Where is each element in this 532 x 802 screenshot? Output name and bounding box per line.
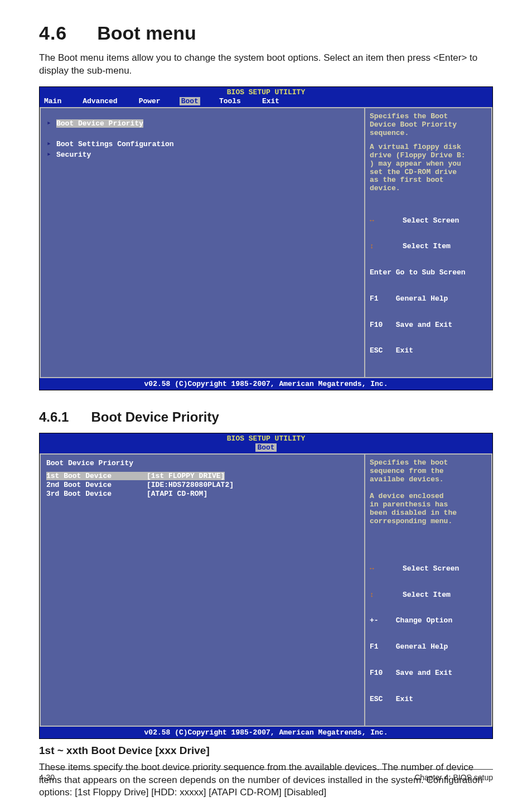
row-value: [IDE:HDS728080PLAT2] xyxy=(147,481,234,489)
bios-footer: v02.58 (C)Copyright 1985-2007, American … xyxy=(40,727,492,738)
bios-left-panel: ▸ Boot Device Priority ▸ Boot Settings C… xyxy=(40,107,364,378)
subsection-number: 4.6.1 xyxy=(39,409,69,424)
tab-main[interactable]: Main xyxy=(42,97,64,105)
bios-screenshot-boot-priority: BIOS SETUP UTILITY Boot Boot Device Prio… xyxy=(39,433,493,738)
bios-help-panel: Specifies the boot sequence from the ava… xyxy=(364,453,492,726)
section-title: Boot menu xyxy=(97,22,196,44)
arrows-ud-icon: ↕ xyxy=(370,591,381,600)
bios-title: BIOS SETUP UTILITY xyxy=(40,87,492,96)
intro-paragraph: The Boot menu items allow you to change … xyxy=(39,52,493,78)
arrows-lr-icon: ↔ xyxy=(370,564,381,573)
bios-tab-bar: Main Advanced Power Boot Tools Exit xyxy=(40,96,492,107)
section-number: 4.6 xyxy=(39,22,67,44)
tab-boot[interactable]: Boot xyxy=(180,97,200,105)
key-label: ESC Exit xyxy=(370,346,413,355)
subsection-title: Boot Device Priority xyxy=(91,409,219,424)
submenu-arrow-icon: ▸ xyxy=(45,119,53,127)
menu-label: Boot Device Priority xyxy=(56,119,143,128)
bios-title: BIOS SETUP UTILITY xyxy=(40,433,492,443)
tab-tools[interactable]: Tools xyxy=(217,97,243,105)
tab-advanced[interactable]: Advanced xyxy=(80,97,119,105)
arrows-lr-icon: ↔ xyxy=(370,216,381,225)
help-keys: ↔ Select Screen ↕ Select Item Enter Go t… xyxy=(370,199,487,373)
arrows-ud-icon: ↕ xyxy=(370,242,381,251)
menu-label: Boot Settings Configuration xyxy=(56,140,174,148)
key-label: F1 General Help xyxy=(370,642,448,651)
key-label: +- Change Option xyxy=(370,616,452,625)
key-label: Select Screen xyxy=(381,216,459,225)
bios-footer: v02.58 (C)Copyright 1985-2007, American … xyxy=(40,378,492,390)
bios-screenshot-boot-menu: BIOS SETUP UTILITY Main Advanced Power B… xyxy=(39,86,493,390)
key-label: Select Screen xyxy=(381,564,459,573)
key-label: Select Item xyxy=(381,591,451,599)
boot-device-row-3[interactable]: 3rd Boot Device [ATAPI CD-ROM] xyxy=(45,490,360,498)
help-keys: ↔ Select Screen ↕ Select Item +- Change … xyxy=(370,547,487,721)
menu-label: Security xyxy=(56,151,91,159)
page-number: 4-30 xyxy=(39,773,55,782)
tab-exit[interactable]: Exit xyxy=(260,97,282,105)
boot-device-row-1[interactable]: 1st Boot Device [1st FLOPPY DRIVE] xyxy=(45,472,360,480)
row-label: 2nd Boot Device xyxy=(46,481,147,489)
key-label: Enter Go to Sub Screen xyxy=(370,268,466,277)
help-text-2: A virtual floppy disk drive (Floppy Driv… xyxy=(370,143,487,194)
option-heading: 1st ~ xxth Boot Device [xxx Drive] xyxy=(39,745,493,757)
row-value: [ATAPI CD-ROM] xyxy=(147,490,207,498)
boot-device-row-2[interactable]: 2nd Boot Device [IDE:HDS728080PLAT2] xyxy=(45,481,360,489)
row-label: 1st Boot Device xyxy=(46,472,147,480)
menu-item-boot-device-priority[interactable]: ▸ Boot Device Priority xyxy=(45,119,360,128)
submenu-arrow-icon: ▸ xyxy=(45,151,53,158)
key-label: ESC Exit xyxy=(370,695,413,703)
key-label: F10 Save and Exit xyxy=(370,321,452,329)
panel-heading: Boot Device Priority xyxy=(45,458,360,472)
bios-tab-bar: Boot xyxy=(40,443,492,453)
key-label: F1 General Help xyxy=(370,294,448,303)
key-label: Select Item xyxy=(381,242,451,250)
tab-power[interactable]: Power xyxy=(137,97,163,105)
chapter-label: Chapter 4: BIOS setup xyxy=(414,773,493,782)
tab-boot[interactable]: Boot xyxy=(255,443,276,452)
help-text: Specifies the boot sequence from the ava… xyxy=(370,459,487,526)
page-footer: 4-30 Chapter 4: BIOS setup xyxy=(39,769,493,782)
subsection-heading: 4.6.1Boot Device Priority xyxy=(39,409,493,425)
menu-item-security[interactable]: ▸ Security xyxy=(45,151,360,159)
section-heading: 4.6Boot menu xyxy=(39,22,493,44)
menu-item-boot-settings-config[interactable]: ▸ Boot Settings Configuration xyxy=(45,140,360,148)
key-label: F10 Save and Exit xyxy=(370,669,452,677)
row-label: 3rd Boot Device xyxy=(46,490,147,498)
submenu-arrow-icon: ▸ xyxy=(45,140,53,147)
help-text-1: Specifies the Boot Device Boot Priority … xyxy=(370,113,487,138)
bios-left-panel: Boot Device Priority 1st Boot Device [1s… xyxy=(40,453,364,726)
bios-help-panel: Specifies the Boot Device Boot Priority … xyxy=(364,107,492,378)
row-value: [1st FLOPPY DRIVE] xyxy=(147,472,225,480)
